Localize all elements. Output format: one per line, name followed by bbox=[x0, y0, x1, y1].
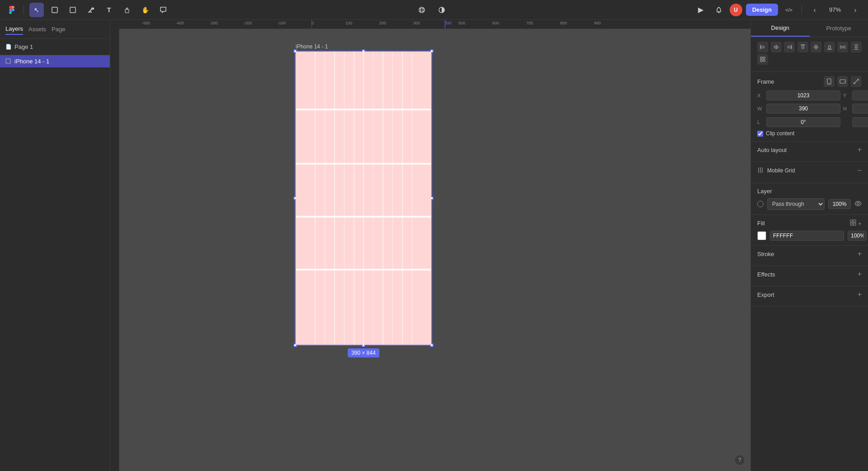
effects-section-title: Effects bbox=[757, 271, 775, 278]
share-button[interactable]: Design bbox=[746, 4, 778, 16]
frame-tablet-icon[interactable] bbox=[837, 76, 848, 87]
opacity-input[interactable] bbox=[828, 199, 851, 209]
align-center-v-btn[interactable] bbox=[811, 42, 821, 52]
align-top-btn[interactable] bbox=[797, 42, 808, 52]
effects-add-btn[interactable]: + bbox=[858, 271, 862, 278]
align-center-h-btn[interactable] bbox=[771, 42, 782, 52]
w-label: W bbox=[757, 106, 764, 111]
design-tab[interactable]: Design bbox=[751, 20, 810, 37]
fill-section-title: Fill bbox=[757, 220, 765, 227]
text-tool-btn[interactable]: T bbox=[102, 3, 116, 17]
fill-color-swatch[interactable] bbox=[757, 231, 766, 240]
shape-tool-btn[interactable] bbox=[66, 3, 80, 17]
layer-blend-row: Pass through Normal Multiply Screen Over… bbox=[757, 198, 862, 210]
clip-content-checkbox[interactable] bbox=[757, 131, 763, 137]
x-input[interactable] bbox=[766, 90, 840, 100]
fill-add-btn[interactable]: + bbox=[858, 220, 862, 227]
svg-rect-28 bbox=[788, 46, 791, 48]
auto-layout-add[interactable]: + bbox=[858, 146, 862, 153]
stroke-section-title: Stroke bbox=[757, 251, 774, 257]
frame-tool-btn[interactable] bbox=[47, 3, 62, 17]
rotation-input[interactable] bbox=[766, 117, 840, 127]
toolbar-divider-2 bbox=[802, 5, 802, 14]
grid-section-icon bbox=[757, 167, 764, 175]
help-button[interactable]: ? bbox=[734, 455, 745, 466]
prototype-tab[interactable]: Prototype bbox=[810, 20, 868, 36]
svg-rect-54 bbox=[850, 220, 853, 222]
pen-tool-btn[interactable] bbox=[84, 3, 98, 17]
effects-section: Effects + bbox=[751, 266, 868, 286]
fill-opacity-input[interactable] bbox=[848, 231, 867, 241]
align-left-btn[interactable] bbox=[757, 42, 768, 52]
blend-icon bbox=[757, 201, 764, 207]
zoom-display[interactable]: 97% bbox=[826, 5, 844, 15]
toolbar-right: ▶ U Design </> ‹ 97% › bbox=[693, 3, 863, 17]
code-view-btn[interactable]: </> bbox=[782, 3, 796, 17]
stroke-add-btn[interactable]: + bbox=[858, 250, 862, 257]
fill-style-btn[interactable] bbox=[850, 219, 856, 227]
fill-row: − bbox=[757, 231, 862, 241]
page-1-label[interactable]: Page 1 bbox=[14, 43, 33, 50]
svg-rect-44 bbox=[763, 60, 765, 62]
frame-container[interactable]: iPhone 14 - 1 bbox=[296, 52, 431, 345]
fill-section-actions: + bbox=[850, 219, 862, 227]
canvas-area[interactable]: -500 -400 -300 -200 -100 0 100 200 300 3… bbox=[110, 20, 750, 471]
grid-remove-btn[interactable]: − bbox=[858, 167, 862, 175]
h-input[interactable] bbox=[852, 104, 868, 114]
user-avatar[interactable]: U bbox=[730, 4, 742, 16]
next-btn[interactable]: › bbox=[848, 3, 863, 17]
w-input[interactable] bbox=[766, 104, 840, 114]
auto-layout-section: Auto layout + bbox=[751, 142, 868, 162]
fill-hex-input[interactable] bbox=[770, 231, 844, 241]
wh-row: W H bbox=[757, 103, 862, 114]
comment-tool-btn[interactable] bbox=[156, 3, 170, 17]
svg-rect-37 bbox=[842, 46, 844, 48]
ruler-corner bbox=[110, 20, 119, 29]
assets-tab[interactable]: Assets bbox=[28, 24, 46, 34]
present-btn[interactable]: ▶ bbox=[693, 3, 708, 17]
dist-v-btn[interactable] bbox=[851, 42, 862, 52]
svg-point-48 bbox=[845, 81, 845, 82]
effects-section-header: Effects + bbox=[757, 271, 862, 278]
page-tab[interactable]: Page bbox=[52, 24, 65, 34]
export-add-btn[interactable]: + bbox=[858, 291, 862, 298]
page-section: 📄 Page 1 bbox=[0, 39, 110, 55]
blend-mode-select[interactable]: Pass through Normal Multiply Screen Over… bbox=[767, 198, 825, 210]
alignment-section bbox=[751, 37, 868, 71]
page-1-row[interactable]: 📄 Page 1 bbox=[5, 42, 104, 52]
auto-layout-header: Auto layout + bbox=[757, 146, 862, 153]
corner-input[interactable] bbox=[852, 117, 868, 127]
grid-btn[interactable] bbox=[415, 3, 429, 17]
move-tool-btn[interactable]: ↖ bbox=[29, 3, 44, 17]
svg-point-12 bbox=[419, 7, 425, 13]
frame-resize-icon[interactable] bbox=[851, 76, 862, 87]
align-right-btn[interactable] bbox=[784, 42, 795, 52]
svg-rect-30 bbox=[802, 45, 804, 48]
layers-tab[interactable]: Layers bbox=[5, 24, 23, 35]
top-toolbar: ↖ T ✋ bbox=[0, 0, 868, 20]
layer-section: Layer Pass through Normal Multiply Scree… bbox=[751, 183, 868, 215]
svg-rect-34 bbox=[829, 46, 830, 49]
left-panel-tabs: Layers Assets Page bbox=[0, 20, 110, 39]
svg-point-53 bbox=[857, 203, 859, 205]
export-section-title: Export bbox=[757, 291, 774, 298]
theme-btn[interactable] bbox=[434, 3, 449, 17]
component-tool-btn[interactable] bbox=[120, 3, 134, 17]
notification-btn[interactable] bbox=[712, 3, 726, 17]
rotation-label: L bbox=[757, 119, 764, 125]
stroke-section-header: Stroke + bbox=[757, 250, 862, 257]
figma-logo[interactable] bbox=[5, 4, 18, 16]
prev-btn[interactable]: ‹ bbox=[807, 3, 822, 17]
y-input[interactable] bbox=[852, 90, 868, 100]
right-panel: Design Prototype bbox=[750, 20, 868, 471]
tidy-up-btn[interactable] bbox=[757, 54, 768, 65]
align-bottom-btn[interactable] bbox=[824, 42, 835, 52]
frame-section: Frame bbox=[751, 71, 868, 142]
h-label: H bbox=[843, 106, 849, 111]
hand-tool-btn[interactable]: ✋ bbox=[138, 3, 152, 17]
visibility-toggle[interactable] bbox=[854, 200, 862, 208]
iphone-layer-item[interactable]: iPhone 14 - 1 bbox=[0, 55, 110, 67]
frame-section-title: Frame bbox=[757, 78, 774, 85]
dist-h-btn[interactable] bbox=[837, 42, 848, 52]
frame-phone-icon[interactable] bbox=[824, 76, 835, 87]
